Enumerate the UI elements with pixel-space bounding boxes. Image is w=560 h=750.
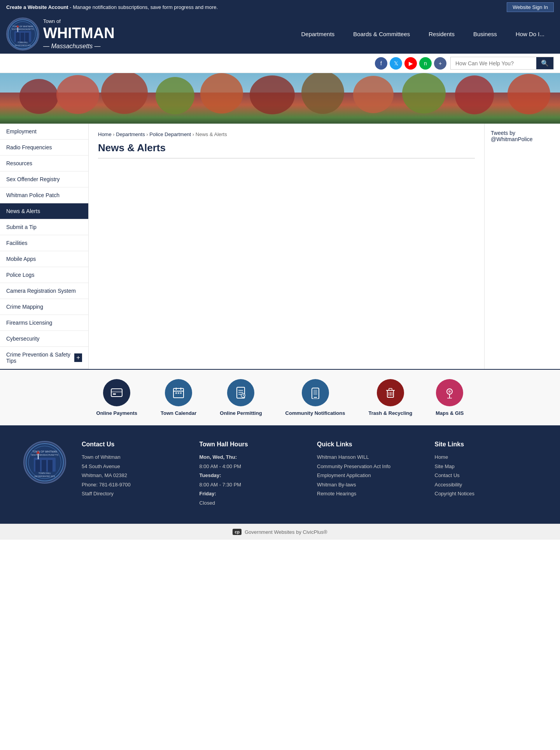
- website-signin-button[interactable]: Website Sign In: [507, 2, 554, 12]
- page-title: News & Alerts: [98, 142, 475, 159]
- right-sidebar: Tweets by @WhitmanPolice: [484, 124, 560, 369]
- nav-residents[interactable]: Residents: [419, 24, 464, 44]
- trash-recycling-icon: [377, 379, 404, 406]
- footer-staff-directory[interactable]: Staff Directory: [82, 490, 184, 498]
- sidebar-item-firearms-licensing[interactable]: Firearms Licensing: [0, 315, 88, 331]
- footer-quick-links-title: Quick Links: [317, 441, 419, 448]
- svg-point-16: [56, 75, 99, 114]
- svg-point-53: [448, 390, 451, 393]
- svg-rect-8: [18, 27, 18, 32]
- sidebar-item-radio-frequencies[interactable]: Radio Frequencies: [0, 140, 88, 156]
- community-notifications-label: Community Notifications: [285, 410, 345, 416]
- footer-site-link-2[interactable]: Contact Us: [435, 472, 537, 479]
- quick-link-online-payments[interactable]: Online Payments: [96, 379, 137, 416]
- sidebar-item-employment[interactable]: Employment: [0, 124, 88, 140]
- bottom-bar: cp Government Websites by CivicPlus®: [0, 524, 560, 540]
- footer-quick-link-2[interactable]: Employment Application: [317, 472, 419, 479]
- svg-text:TOWN HALL: TOWN HALL: [18, 41, 28, 43]
- sidebar-item-camera-registration[interactable]: Camera Registration System: [0, 283, 88, 299]
- breadcrumb-police-department[interactable]: Police Department: [149, 131, 191, 137]
- expand-icon[interactable]: +: [74, 353, 82, 362]
- sidebar-item-crime-prevention[interactable]: Crime Prevention & Safety Tips +: [0, 347, 88, 369]
- quick-link-trash-recycling[interactable]: Trash & Recycling: [368, 379, 412, 416]
- search-button[interactable]: 🔍: [536, 57, 553, 69]
- quick-link-maps-gis[interactable]: Maps & GIS: [436, 379, 464, 416]
- nav-how-do-i[interactable]: How Do I...: [506, 24, 554, 44]
- footer-fri-hours: Closed: [200, 499, 302, 507]
- main-layout: Employment Radio Frequencies Resources S…: [0, 124, 560, 369]
- sidebar-item-submit-tip[interactable]: Submit a Tip: [0, 219, 88, 235]
- civicplus-icon: cp: [233, 529, 242, 535]
- breadcrumb-departments[interactable]: Departments: [116, 131, 145, 137]
- trash-recycling-label: Trash & Recycling: [368, 410, 412, 416]
- footer-mon-wed-thu-hours: 8:00 AM - 4:00 PM: [200, 463, 302, 470]
- footer-site-link-1[interactable]: Site Map: [435, 463, 537, 470]
- online-payments-icon: [103, 379, 130, 406]
- create-account-link[interactable]: Create a Website Account: [6, 4, 68, 10]
- svg-text:INCORPORATED 1875: INCORPORATED 1875: [15, 44, 31, 46]
- quick-link-town-calendar[interactable]: Town Calendar: [161, 379, 196, 416]
- twitter-icon[interactable]: 𝕏: [390, 57, 402, 70]
- footer-mon-wed-thu-label: Mon, Wed, Thu:: [200, 453, 302, 461]
- online-payments-label: Online Payments: [96, 410, 137, 416]
- community-notifications-icon: [302, 379, 329, 406]
- facebook-icon[interactable]: f: [375, 57, 387, 70]
- sidebar-item-sex-offender-registry[interactable]: Sex Offender Registry: [0, 171, 88, 187]
- sidebar-item-facilities[interactable]: Facilities: [0, 235, 88, 251]
- sidebar-item-crime-mapping[interactable]: Crime Mapping: [0, 299, 88, 315]
- logo-area: TOWN OF WHITMAN SOUTH MASSACHUSETTS TOWN…: [6, 17, 115, 51]
- search-bar: 🔍: [450, 57, 554, 70]
- nextdoor-icon[interactable]: n: [419, 57, 432, 70]
- sidebar-item-police-logs[interactable]: Police Logs: [0, 267, 88, 283]
- quick-link-online-permitting[interactable]: Online Permitting: [220, 379, 262, 416]
- online-permitting-label: Online Permitting: [220, 410, 262, 416]
- footer-site-link-3[interactable]: Accessibility: [435, 481, 537, 489]
- footer-site-link-0[interactable]: Home: [435, 453, 537, 461]
- hero-image: [0, 73, 560, 124]
- create-account-desc: - Manage notification subscriptions, sav…: [70, 4, 218, 10]
- footer-tue-label: Tuesday:: [200, 472, 302, 479]
- breadcrumb-home[interactable]: Home: [98, 131, 112, 137]
- maps-gis-label: Maps & GIS: [436, 410, 464, 416]
- sidebar-item-resources[interactable]: Resources: [0, 156, 88, 171]
- footer: TOWN OF WHITMAN SOUTH MASSACHUSETTS TOWN…: [0, 425, 560, 524]
- footer-site-links: Site Links Home Site Map Contact Us Acce…: [435, 441, 537, 499]
- svg-point-24: [455, 75, 494, 114]
- svg-rect-48: [389, 388, 392, 390]
- svg-rect-5: [16, 33, 20, 42]
- footer-site-links-title: Site Links: [435, 441, 537, 448]
- sidebar-item-news-alerts[interactable]: News & Alerts: [0, 203, 88, 219]
- nav-boards-committees[interactable]: Boards & Committees: [344, 24, 419, 44]
- content-area: Home › Departments › Police Department ›…: [89, 124, 484, 369]
- create-account-text: Create a Website Account - Manage notifi…: [6, 4, 218, 10]
- main-nav: Departments Boards & Committees Resident…: [292, 24, 554, 44]
- svg-rect-6: [21, 33, 24, 42]
- top-bar: Create a Website Account - Manage notifi…: [0, 0, 560, 14]
- footer-quick-links: Quick Links Whitman Hanson WILL Communit…: [317, 441, 419, 499]
- footer-quick-link-1[interactable]: Community Preservation Act Info: [317, 463, 419, 470]
- svg-text:INCORPORATED 1875: INCORPORATED 1875: [35, 475, 55, 477]
- footer-quick-link-4[interactable]: Remote Hearings: [317, 490, 419, 498]
- twitter-link[interactable]: Tweets by @WhitmanPolice: [491, 130, 533, 142]
- nav-business[interactable]: Business: [464, 24, 506, 44]
- svg-text:TOWN HALL: TOWN HALL: [38, 472, 51, 474]
- footer-quick-link-3[interactable]: Whitman By-laws: [317, 481, 419, 489]
- quick-link-community-notifications[interactable]: Community Notifications: [285, 379, 345, 416]
- sidebar-item-cybersecurity[interactable]: Cybersecurity: [0, 331, 88, 347]
- footer-contact: Contact Us Town of Whitman 54 South Aven…: [82, 441, 184, 499]
- footer-quick-link-0[interactable]: Whitman Hanson WILL: [317, 453, 419, 461]
- svg-rect-28: [113, 393, 116, 395]
- svg-point-25: [508, 74, 550, 114]
- footer-site-link-4[interactable]: Copyright Notices: [435, 490, 537, 498]
- site-logo[interactable]: TOWN OF WHITMAN SOUTH MASSACHUSETTS TOWN…: [6, 17, 39, 51]
- plus-social-icon[interactable]: +: [434, 57, 446, 70]
- svg-point-20: [250, 75, 295, 114]
- sidebar-item-whitman-police-patch[interactable]: Whitman Police Patch: [0, 187, 88, 203]
- online-permitting-icon: [227, 379, 254, 406]
- youtube-icon[interactable]: ▶: [404, 57, 417, 70]
- search-input[interactable]: [451, 57, 536, 69]
- town-calendar-icon: [165, 379, 192, 406]
- sidebar-item-mobile-apps[interactable]: Mobile Apps: [0, 251, 88, 267]
- nav-departments[interactable]: Departments: [292, 24, 344, 44]
- svg-text:SOUTH MASSACHUSETTS: SOUTH MASSACHUSETTS: [12, 28, 33, 30]
